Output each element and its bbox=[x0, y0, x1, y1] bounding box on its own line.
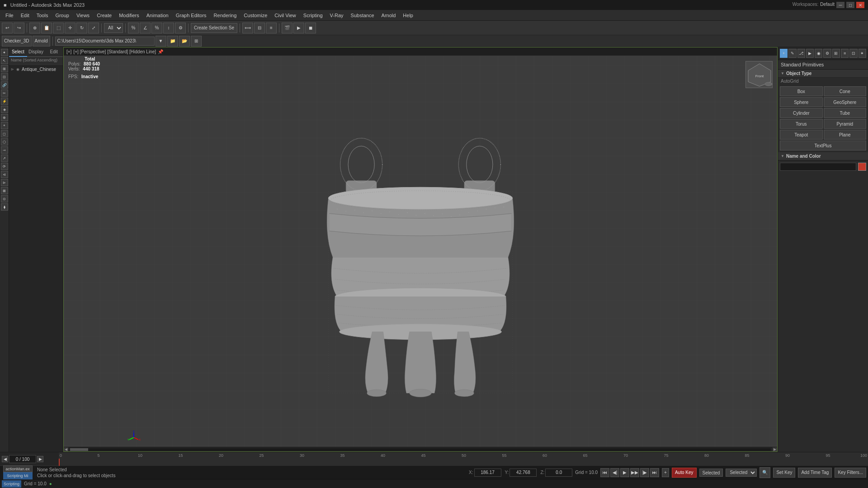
percent-snap[interactable]: % bbox=[151, 23, 162, 33]
tool19[interactable]: ⊙ bbox=[1, 195, 8, 202]
name-and-color-section-header[interactable]: ▼ Name and Color bbox=[778, 152, 868, 160]
torus-button[interactable]: Torus bbox=[780, 119, 823, 129]
menu-views[interactable]: Views bbox=[73, 12, 93, 19]
menu-modifiers[interactable]: Modifiers bbox=[115, 12, 143, 19]
folder3-btn[interactable]: ⊞ bbox=[191, 36, 202, 47]
prev-key-btn[interactable]: ◀| bbox=[610, 468, 619, 477]
tool4[interactable]: ⊡ bbox=[1, 73, 8, 80]
menu-rendering[interactable]: Rendering bbox=[210, 12, 241, 19]
rect-select-btn[interactable]: ⬚ bbox=[53, 23, 64, 33]
menu-v-ray[interactable]: V-Ray bbox=[326, 12, 347, 19]
tool11[interactable]: ◻ bbox=[1, 130, 8, 137]
render-setup-btn[interactable]: 🎬 bbox=[282, 23, 292, 33]
modify-tab-btn[interactable]: ✎ bbox=[788, 49, 796, 58]
tool9[interactable]: ⊕ bbox=[1, 114, 8, 121]
folder-btn[interactable]: 📁 bbox=[167, 36, 178, 47]
extra-btn[interactable]: ⊞ bbox=[832, 49, 840, 58]
color-swatch[interactable] bbox=[858, 163, 866, 171]
render-frame-btn[interactable]: ◼ bbox=[305, 23, 316, 33]
select-tool[interactable]: ✦ bbox=[1, 49, 8, 56]
tool17[interactable]: ⊳ bbox=[1, 179, 8, 186]
snap-toggle[interactable]: % bbox=[128, 23, 139, 33]
object-type-section-header[interactable]: ▼ Object Type bbox=[778, 70, 868, 78]
play-selected-btn[interactable]: ▶▶ bbox=[630, 468, 639, 477]
layer-btn[interactable]: ≡ bbox=[266, 23, 277, 33]
browse-btn[interactable]: ▼ bbox=[156, 36, 166, 47]
menu-scripting[interactable]: Scripting bbox=[300, 12, 326, 19]
tool20[interactable]: ⧫ bbox=[1, 203, 8, 211]
snap-options[interactable]: ⚙ bbox=[175, 23, 186, 33]
undo-button[interactable]: ↩ bbox=[2, 23, 13, 33]
plane-button[interactable]: Plane bbox=[824, 130, 867, 140]
tube-button[interactable]: Tube bbox=[824, 108, 867, 118]
viewport-plus-btn[interactable]: [+] bbox=[66, 49, 71, 54]
tool12[interactable]: ⬡ bbox=[1, 138, 8, 145]
menu-substance[interactable]: Substance bbox=[347, 12, 378, 19]
play-btn[interactable]: ▶ bbox=[620, 468, 629, 477]
geosphere-button[interactable]: GeoSphere bbox=[824, 97, 867, 107]
sphere-button[interactable]: Sphere bbox=[780, 97, 823, 107]
tool10[interactable]: ⌖ bbox=[1, 122, 8, 129]
angle-snap[interactable]: ∠ bbox=[140, 23, 151, 33]
menu-group[interactable]: Group bbox=[52, 12, 73, 19]
menu-create[interactable]: Create bbox=[93, 12, 115, 19]
viewport-scrollbar-h[interactable]: ◀ ▶ bbox=[64, 447, 777, 451]
menu-civil-view[interactable]: Civil View bbox=[271, 12, 299, 19]
extra2-btn[interactable]: ≡ bbox=[841, 49, 849, 58]
checker-3d-btn[interactable]: Checker_3D bbox=[2, 36, 32, 47]
viewport-pin[interactable]: 📌 bbox=[158, 49, 163, 54]
y-value-input[interactable] bbox=[509, 469, 537, 477]
tool3[interactable]: ⊞ bbox=[1, 65, 8, 72]
mirror-btn[interactable]: ⟺ bbox=[242, 23, 253, 33]
key-filters-btn[interactable]: Key Filters... bbox=[835, 468, 866, 478]
tool7[interactable]: ⚡ bbox=[1, 98, 8, 105]
tool2[interactable]: ↖ bbox=[1, 57, 8, 64]
scroll-right-btn[interactable]: ▶ bbox=[773, 447, 777, 452]
minimize-button[interactable]: ─ bbox=[836, 2, 844, 8]
object-name-input[interactable] bbox=[780, 163, 856, 171]
auto-key-btn[interactable]: Auto Key bbox=[672, 468, 697, 478]
go-start-btn[interactable]: ⏮ bbox=[600, 468, 609, 477]
tool15[interactable]: ⟳ bbox=[1, 163, 8, 170]
redo-button[interactable]: ↪ bbox=[14, 23, 24, 33]
extra3-btn[interactable]: ⊡ bbox=[849, 49, 857, 58]
hierarchy-tab-btn[interactable]: ⎇ bbox=[797, 49, 805, 58]
cylinder-button[interactable]: Cylinder bbox=[780, 108, 823, 118]
scene-tab-select[interactable]: Select bbox=[9, 47, 27, 57]
scroll-left-btn[interactable]: ◀ bbox=[64, 447, 68, 452]
menu-edit[interactable]: Edit bbox=[17, 12, 33, 19]
tool13[interactable]: ⊸ bbox=[1, 146, 8, 154]
add-time-tag-btn[interactable]: Add Time Tag bbox=[798, 468, 832, 478]
scene-tab-edit[interactable]: Edit bbox=[45, 47, 63, 57]
scene-tab-display[interactable]: Display bbox=[27, 47, 45, 57]
go-end-btn[interactable]: ⏭ bbox=[650, 468, 659, 477]
x-value-input[interactable] bbox=[474, 469, 501, 477]
scale-btn[interactable]: ⤢ bbox=[88, 23, 99, 33]
motion-tab-btn[interactable]: ▶ bbox=[806, 49, 814, 58]
tool8[interactable]: ◈ bbox=[1, 106, 8, 113]
extra4-btn[interactable]: ✦ bbox=[859, 49, 866, 58]
menu-graph-editors[interactable]: Graph Editors bbox=[172, 12, 210, 19]
teapot-button[interactable]: Teapot bbox=[780, 130, 823, 140]
menu-animation[interactable]: Animation bbox=[143, 12, 172, 19]
cone-button[interactable]: Cone bbox=[824, 86, 867, 96]
scrollbar-thumb[interactable] bbox=[70, 448, 88, 451]
spinner-snap[interactable]: ↕ bbox=[163, 23, 174, 33]
tool18[interactable]: ⊠ bbox=[1, 187, 8, 194]
pyramid-button[interactable]: Pyramid bbox=[824, 119, 867, 129]
add-keyframe-btn[interactable]: + bbox=[662, 468, 669, 477]
viewport[interactable]: [+] [+] [Perspective] [Standard] [Hidden… bbox=[63, 47, 778, 452]
menu-file[interactable]: File bbox=[2, 12, 17, 19]
move-btn[interactable]: ✛ bbox=[65, 23, 75, 33]
create-tab-btn[interactable]: + bbox=[780, 49, 788, 58]
arnold-btn[interactable]: Arnold bbox=[33, 36, 50, 47]
action-man-btn[interactable]: actionMan.ex bbox=[3, 465, 33, 472]
tool16[interactable]: ⊲ bbox=[1, 171, 8, 178]
select-object-btn[interactable]: ⊕ bbox=[29, 23, 40, 33]
menu-arnold[interactable]: Arnold bbox=[378, 12, 400, 19]
tool6[interactable]: ✂ bbox=[1, 89, 8, 97]
selected-filter-select[interactable]: Selected bbox=[726, 469, 757, 477]
restore-button[interactable]: □ bbox=[846, 2, 854, 8]
menu-tools[interactable]: Tools bbox=[33, 12, 52, 19]
set-key-btn[interactable]: Set Key bbox=[773, 468, 795, 478]
